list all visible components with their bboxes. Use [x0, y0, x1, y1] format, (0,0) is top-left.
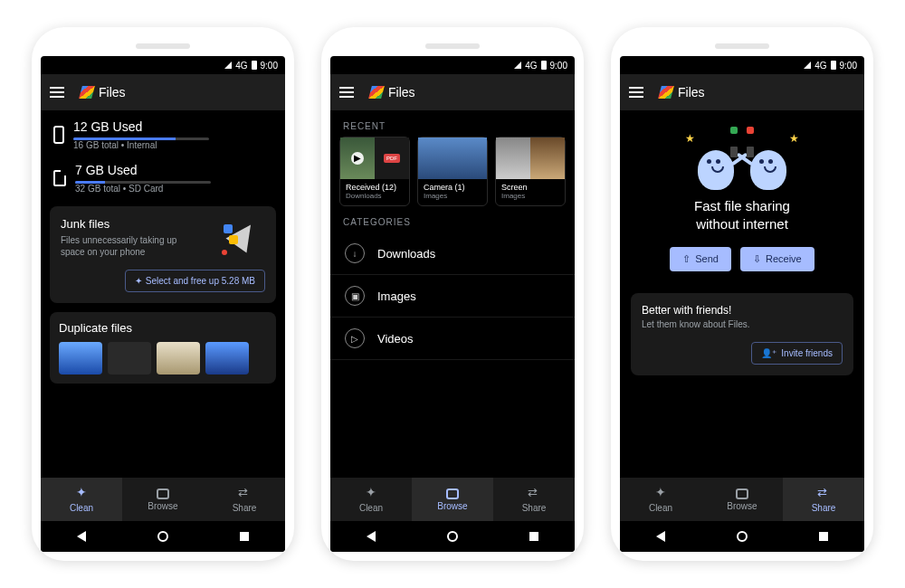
nav-home-icon[interactable] [737, 531, 748, 542]
tab-browse[interactable]: Browse [701, 478, 783, 521]
junk-action-button[interactable]: ✦ Select and free up 5.28 MB [125, 270, 265, 292]
recent-section-label: RECENT [330, 110, 575, 137]
menu-icon[interactable] [629, 87, 643, 98]
tab-clean[interactable]: Clean [41, 478, 122, 521]
brush-icon [222, 217, 265, 261]
nav-back-icon[interactable] [77, 531, 86, 542]
share-illustration: ★ ★ [633, 128, 852, 197]
battery-icon [252, 61, 257, 70]
star-icon: ★ [685, 132, 695, 145]
nav-recent-icon[interactable] [819, 532, 828, 541]
recent-sub: Images [424, 192, 481, 200]
tab-browse[interactable]: Browse [122, 478, 204, 521]
receive-label: Receive [766, 253, 802, 264]
status-bar: 4G 9:00 [620, 56, 864, 74]
android-nav-bar [620, 521, 864, 552]
tab-share[interactable]: Share [204, 478, 285, 521]
speaker-slot [136, 43, 190, 49]
category-images[interactable]: ▣ Images [330, 275, 575, 318]
files-logo-icon [79, 86, 95, 99]
tab-share[interactable]: Share [493, 478, 575, 521]
share-icon [237, 487, 252, 501]
network-label: 4G [814, 61, 826, 71]
battery-icon [831, 61, 836, 70]
storage-used-label: 12 GB Used [73, 119, 272, 134]
storage-sub-label: 16 GB total • Internal [73, 140, 272, 150]
recent-title: Screen [501, 183, 559, 192]
tab-label: Clean [70, 503, 93, 513]
tab-label: Browse [437, 501, 467, 511]
phone-mock-share: 4G 9:00 Files ★ ★ Fa [611, 27, 873, 561]
bottom-tab-bar: Clean Browse Share [330, 478, 575, 521]
share-icon [527, 487, 541, 501]
upload-icon: ⇧ [682, 253, 691, 265]
clean-icon [74, 487, 89, 501]
duplicate-files-card: Duplicate files [50, 312, 276, 384]
tab-clean[interactable]: Clean [330, 478, 412, 521]
android-nav-bar [330, 521, 575, 552]
recent-title: Received (12) [346, 183, 404, 192]
phone-storage-icon [53, 126, 64, 144]
storage-sdcard[interactable]: 7 GB Used 32 GB total • SD Card [41, 154, 285, 197]
files-logo-icon [368, 86, 385, 99]
nav-recent-icon[interactable] [529, 532, 538, 541]
download-icon: ⇩ [753, 253, 761, 265]
browse-icon [446, 488, 459, 499]
tab-label: Clean [359, 503, 383, 513]
receive-button[interactable]: ⇩ Receive [740, 247, 814, 271]
send-button[interactable]: ⇧ Send [670, 247, 731, 271]
recent-card[interactable]: Screen Images [495, 137, 566, 206]
app-bar: Files [330, 74, 575, 110]
invite-title: Better with friends! [642, 304, 843, 317]
junk-action-label: Select and free up 5.28 MB [146, 276, 255, 286]
menu-icon[interactable] [339, 87, 354, 98]
nav-home-icon[interactable] [157, 531, 168, 542]
download-icon: ↓ [345, 243, 365, 263]
files-logo-icon [658, 86, 674, 99]
clock-label: 9:00 [840, 61, 857, 71]
duplicate-thumb[interactable] [59, 342, 102, 375]
network-label: 4G [525, 61, 537, 71]
nav-back-icon[interactable] [367, 531, 376, 542]
recent-sub: Images [501, 192, 559, 200]
tab-label: Share [812, 503, 836, 513]
invite-sub: Let them know about Files. [642, 319, 843, 329]
bottom-tab-bar: Clean Browse Share [41, 478, 285, 521]
recent-row[interactable]: Received (12) Downloads Camera (1) Image… [330, 137, 575, 206]
duplicate-thumb[interactable] [205, 342, 249, 375]
sparkle-icon: ✦ [135, 276, 142, 286]
android-nav-bar [41, 521, 285, 552]
share-icon [816, 487, 831, 501]
category-downloads[interactable]: ↓ Downloads [330, 232, 575, 275]
tab-label: Browse [727, 501, 757, 511]
recent-card[interactable]: Received (12) Downloads [339, 137, 410, 206]
signal-icon [224, 62, 232, 69]
duplicate-thumb[interactable] [108, 342, 151, 375]
image-icon: ▣ [345, 286, 365, 306]
share-content: ★ ★ Fast file sharing without internet ⇧… [620, 110, 864, 478]
category-videos[interactable]: ▷ Videos [330, 318, 575, 360]
menu-icon[interactable] [50, 87, 64, 98]
recent-sub: Downloads [346, 192, 404, 200]
category-label: Downloads [377, 247, 435, 261]
duplicate-thumb[interactable] [157, 342, 200, 375]
invite-label: Invite friends [781, 348, 833, 358]
nav-recent-icon[interactable] [240, 532, 249, 541]
star-icon: ★ [789, 132, 799, 145]
speaker-slot [425, 43, 480, 49]
battery-icon [541, 61, 547, 70]
tab-share[interactable]: Share [783, 478, 864, 521]
sdcard-icon [53, 170, 66, 186]
tab-browse[interactable]: Browse [412, 478, 493, 521]
invite-friends-button[interactable]: 👤⁺ Invite friends [751, 342, 843, 365]
tab-clean[interactable]: Clean [620, 478, 701, 521]
storage-internal[interactable]: 12 GB Used 16 GB total • Internal [41, 110, 285, 154]
nav-back-icon[interactable] [656, 531, 665, 542]
tab-label: Share [233, 503, 257, 513]
tab-label: Browse [148, 501, 177, 511]
nav-home-icon[interactable] [447, 531, 458, 542]
tab-label: Clean [649, 503, 672, 513]
recent-card[interactable]: Camera (1) Images [417, 137, 488, 206]
confetti-icon [747, 127, 754, 134]
bottom-tab-bar: Clean Browse Share [620, 478, 864, 521]
